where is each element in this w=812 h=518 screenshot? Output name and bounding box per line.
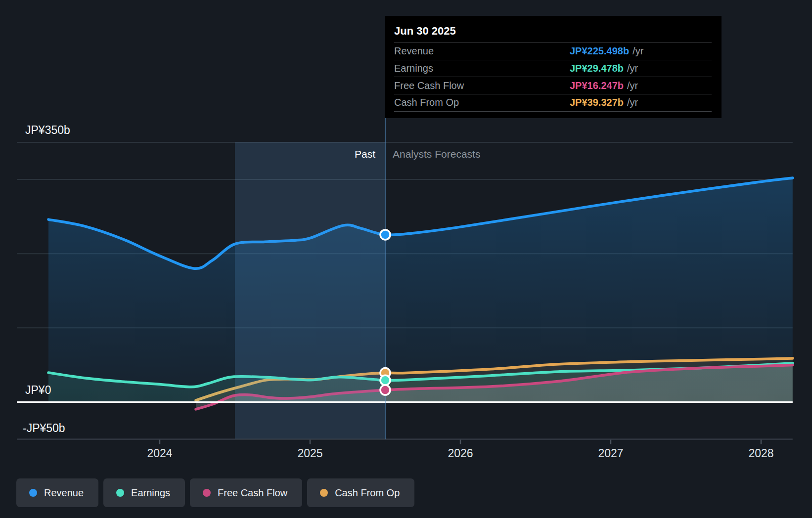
chart-tooltip: Jun 30 2025 Revenue JP¥225.498b /yr Earn… [385, 16, 722, 118]
tooltip-value: JP¥39.327b [570, 97, 624, 108]
tooltip-value: JP¥16.247b [570, 80, 624, 91]
y-axis-label-top: JP¥350b [25, 124, 70, 136]
y-axis-label-zero: JP¥0 [25, 384, 51, 396]
tooltip-value: JP¥225.498b [570, 45, 629, 57]
tooltip-suffix: /yr [632, 45, 643, 57]
tooltip-row-earnings: Earnings JP¥29.478b /yr [394, 60, 712, 77]
tooltip-label: Cash From Op [394, 97, 570, 108]
x-axis-label: 2028 [748, 447, 773, 460]
y-axis-label-bottom: -JP¥50b [23, 422, 65, 434]
tooltip-label: Free Cash Flow [394, 80, 570, 91]
tooltip-label: Revenue [394, 45, 570, 57]
x-axis-label: 2025 [297, 447, 322, 460]
free-cash-flow-marker[interactable] [380, 385, 390, 395]
legend-item-revenue[interactable]: Revenue [16, 478, 98, 507]
tooltip-suffix: /yr [627, 97, 638, 108]
chart-page: 20242025202620272028 JP¥350b JP¥0 -JP¥50… [0, 0, 812, 518]
earnings-marker[interactable] [380, 375, 390, 385]
legend-item-free-cash-flow[interactable]: Free Cash Flow [190, 478, 302, 507]
tooltip-row-cash-from-op: Cash From Op JP¥39.327b /yr [394, 94, 712, 111]
tooltip-suffix: /yr [627, 80, 638, 91]
forecast-zone-label: Analysts Forecasts [393, 148, 480, 160]
legend-item-earnings[interactable]: Earnings [103, 478, 185, 507]
x-axis-label: 2026 [448, 447, 473, 460]
cash-from-op-dot-icon [320, 489, 328, 497]
revenue-marker[interactable] [380, 230, 390, 240]
legend-item-cash-from-op[interactable]: Cash From Op [307, 478, 414, 507]
tooltip-row-revenue: Revenue JP¥225.498b /yr [394, 43, 712, 60]
past-zone-label: Past [301, 148, 375, 160]
tooltip-date: Jun 30 2025 [394, 22, 712, 43]
tooltip-suffix: /yr [627, 63, 638, 74]
earnings-dot-icon [116, 489, 124, 497]
x-axis-label: 2027 [598, 447, 623, 460]
tooltip-row-free-cash-flow: Free Cash Flow JP¥16.247b /yr [394, 77, 712, 94]
revenue-dot-icon [29, 489, 37, 497]
chart-legend: Revenue Earnings Free Cash Flow Cash Fro… [16, 478, 414, 507]
legend-label: Earnings [131, 487, 170, 499]
x-axis-label: 2024 [147, 447, 172, 460]
free-cash-flow-dot-icon [203, 489, 211, 497]
legend-label: Cash From Op [335, 487, 400, 499]
tooltip-divider [394, 111, 712, 112]
tooltip-label: Earnings [394, 63, 570, 74]
tooltip-value: JP¥29.478b [570, 63, 624, 74]
legend-label: Revenue [44, 487, 84, 499]
past-highlight-overlay [235, 142, 385, 439]
legend-label: Free Cash Flow [218, 487, 287, 499]
